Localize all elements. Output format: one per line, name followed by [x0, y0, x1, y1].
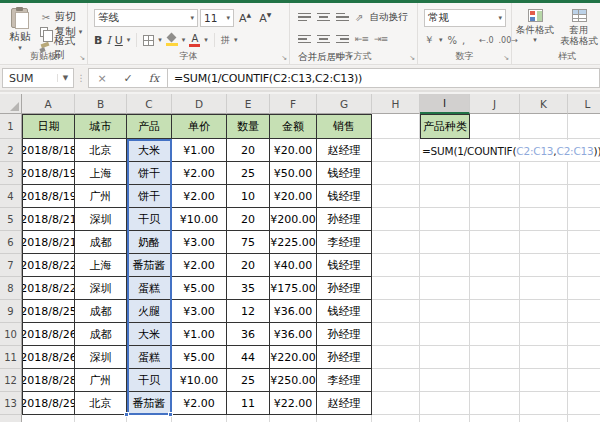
cell-K6[interactable]	[520, 231, 568, 254]
cell-K12[interactable]	[520, 369, 568, 392]
cell-E6[interactable]: 75	[227, 231, 270, 254]
cell-D12[interactable]: ¥10.00	[172, 369, 227, 392]
cell-C6[interactable]: 奶酪	[127, 231, 172, 254]
cell-J12[interactable]	[470, 369, 520, 392]
cell-B5[interactable]: 深圳	[75, 208, 127, 231]
alignment-dialog-launcher[interactable]: ↘	[409, 54, 415, 62]
cell-C9[interactable]: 火腿	[127, 300, 172, 323]
row-header-10[interactable]: 10	[0, 323, 22, 346]
cell-C5[interactable]: 干贝	[127, 208, 172, 231]
column-header-G[interactable]: G	[317, 94, 372, 114]
cell-F14[interactable]	[270, 415, 317, 422]
increase-font-button[interactable]: A▲	[236, 11, 254, 25]
cell-L10[interactable]	[568, 323, 600, 346]
cell-D4[interactable]: ¥2.00	[172, 185, 227, 208]
wrap-text-button[interactable]: 自动换行	[369, 10, 407, 25]
cell-E4[interactable]: 10	[227, 185, 270, 208]
cancel-button[interactable]: ×	[89, 72, 115, 85]
increase-decimal-button[interactable]: ←.0	[479, 36, 493, 45]
cell-B12[interactable]: 广州	[75, 369, 127, 392]
column-header-K[interactable]: K	[520, 94, 568, 114]
insert-function-button[interactable]: fx	[141, 72, 167, 85]
cell-G9[interactable]: 钱经理	[317, 300, 372, 323]
cell-E10[interactable]: 36	[227, 323, 270, 346]
column-header-J[interactable]: J	[470, 94, 520, 114]
cell-B13[interactable]: 北京	[75, 392, 127, 415]
cell-C7[interactable]: 番茄酱	[127, 254, 172, 277]
cell-G7[interactable]: 钱经理	[317, 254, 372, 277]
cell-A12[interactable]: 2018/8/28	[22, 369, 75, 392]
row-header-12[interactable]: 12	[0, 369, 22, 392]
cell-F10[interactable]: ¥36.00	[270, 323, 317, 346]
cell-K3[interactable]	[520, 162, 568, 185]
cell-F9[interactable]: ¥36.00	[270, 300, 317, 323]
cell-A11[interactable]: 2018/8/26	[22, 346, 75, 369]
enter-button[interactable]: ✓	[115, 72, 141, 85]
cell-K10[interactable]	[520, 323, 568, 346]
cell-L4[interactable]	[568, 185, 600, 208]
cell-L7[interactable]	[568, 254, 600, 277]
cell-L6[interactable]	[568, 231, 600, 254]
cell-G6[interactable]: 李经理	[317, 231, 372, 254]
cell-D9[interactable]: ¥3.00	[172, 300, 227, 323]
cell-D11[interactable]: ¥5.00	[172, 346, 227, 369]
cell-D5[interactable]: ¥10.00	[172, 208, 227, 231]
cell-G10[interactable]: 孙经理	[317, 323, 372, 346]
cell-J6[interactable]	[470, 231, 520, 254]
cell-L8[interactable]	[568, 277, 600, 300]
cell-F4[interactable]: ¥20.00	[270, 185, 317, 208]
cell-B9[interactable]: 成都	[75, 300, 127, 323]
cell-L11[interactable]	[568, 346, 600, 369]
column-header-F[interactable]: F	[270, 94, 317, 114]
cell-E13[interactable]: 11	[227, 392, 270, 415]
cell-G13[interactable]: 赵经理	[317, 392, 372, 415]
cell-E9[interactable]: 12	[227, 300, 270, 323]
cell-J14[interactable]	[470, 415, 520, 422]
cell-C12[interactable]: 干贝	[127, 369, 172, 392]
number-dialog-launcher[interactable]: ↘	[503, 54, 509, 62]
cell-C10[interactable]: 大米	[127, 323, 172, 346]
cell-B11[interactable]: 深圳	[75, 346, 127, 369]
cell-K5[interactable]	[520, 208, 568, 231]
top-align-button[interactable]	[298, 13, 311, 22]
cell-F2[interactable]: ¥20.00	[270, 139, 317, 162]
cell-K8[interactable]	[520, 277, 568, 300]
cell-D1[interactable]: 单价	[172, 114, 227, 139]
cell-D13[interactable]: ¥2.00	[172, 392, 227, 415]
cell-G4[interactable]: 钱经理	[317, 185, 372, 208]
cell-K4[interactable]	[520, 185, 568, 208]
cell-K14[interactable]	[520, 415, 568, 422]
column-header-I[interactable]: I	[420, 94, 470, 114]
cell-C2[interactable]: 大米	[127, 139, 172, 162]
middle-align-button[interactable]	[317, 13, 330, 22]
cell-I9[interactable]	[420, 300, 470, 323]
font-name-select[interactable]: 等线 ▾	[94, 9, 198, 27]
name-box[interactable]: SUM ▼	[2, 68, 74, 88]
cell-E1[interactable]: 数量	[227, 114, 270, 139]
cell-C3[interactable]: 饼干	[127, 162, 172, 185]
row-header-5[interactable]: 5	[0, 208, 22, 231]
borders-button[interactable]	[143, 35, 154, 46]
cell-E11[interactable]: 44	[227, 346, 270, 369]
align-left-button[interactable]	[298, 35, 311, 44]
number-format-select[interactable]: 常规 ▾	[424, 9, 506, 27]
cell-E5[interactable]: 20	[227, 208, 270, 231]
cell-D10[interactable]: ¥1.00	[172, 323, 227, 346]
cell-C11[interactable]: 蛋糕	[127, 346, 172, 369]
cell-E3[interactable]: 25	[227, 162, 270, 185]
cell-E14[interactable]	[227, 415, 270, 422]
cell-L13[interactable]	[568, 392, 600, 415]
column-header-E[interactable]: E	[227, 94, 270, 114]
cell-H10[interactable]	[372, 323, 420, 346]
row-header-13[interactable]: 13	[0, 392, 22, 415]
increase-indent-button[interactable]: ⇥≡	[374, 34, 387, 44]
cell-G5[interactable]: 孙经理	[317, 208, 372, 231]
cell-B8[interactable]: 深圳	[75, 277, 127, 300]
cell-A8[interactable]: 2018/8/22	[22, 277, 75, 300]
cell-B10[interactable]: 成都	[75, 323, 127, 346]
cell-J9[interactable]	[470, 300, 520, 323]
cell-L5[interactable]	[568, 208, 600, 231]
cell-F1[interactable]: 金额	[270, 114, 317, 139]
cell-A4[interactable]: 2018/8/19	[22, 185, 75, 208]
fill-handle[interactable]	[168, 412, 173, 417]
